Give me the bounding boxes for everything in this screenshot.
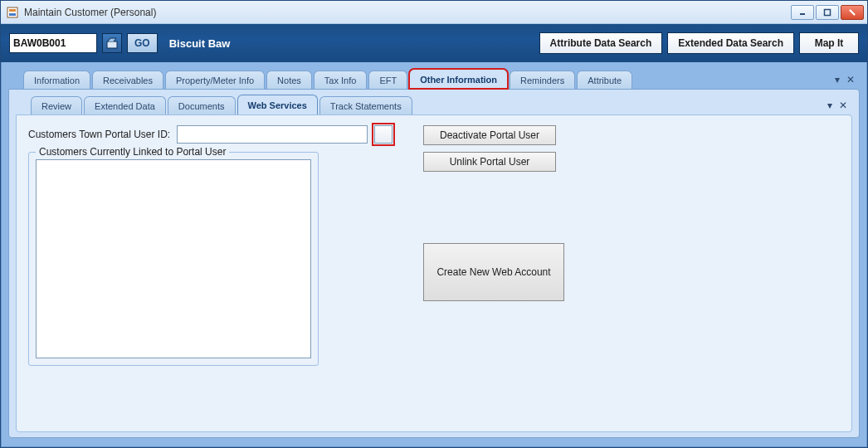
unlink-portal-user-button[interactable]: Unlink Portal User [423,152,556,172]
tab-other-information[interactable]: Other Information [409,69,508,89]
tab-extended-data[interactable]: Extended Data [84,96,166,114]
svg-line-6 [850,10,855,15]
customer-code-input[interactable] [9,33,97,53]
svg-rect-1 [9,9,16,12]
tab-documents[interactable]: Documents [168,96,236,114]
tab-eft[interactable]: EFT [368,71,407,89]
portal-user-lookup-button[interactable] [374,125,393,144]
tab-tax-info[interactable]: Tax Info [314,71,368,89]
secondary-tab-row: Review Extended Data Documents Web Servi… [16,95,852,114]
close-button[interactable] [841,5,864,20]
linked-customers-list[interactable] [36,159,311,358]
window-controls [791,5,864,20]
map-it-button[interactable]: Map It [799,32,859,54]
minimize-button[interactable] [791,5,814,20]
tab-review[interactable]: Review [31,96,82,114]
work-area: Information Receivables Property/Meter I… [1,62,867,447]
window-title: Maintain Customer (Personal) [24,7,791,18]
attribute-data-search-button[interactable]: Attribute Data Search [539,32,663,54]
tab-reminders[interactable]: Reminders [510,71,575,89]
subpanel-close-icon[interactable]: ✕ [839,100,847,111]
svg-rect-4 [825,9,831,15]
other-information-panel: Review Extended Data Documents Web Servi… [8,89,860,438]
toolbar: GO Biscuit Baw Attribute Data Search Ext… [1,24,867,62]
svg-rect-7 [107,41,117,48]
tab-receivables[interactable]: Receivables [92,71,163,89]
tab-track-statements[interactable]: Track Statements [319,96,412,114]
maximize-button[interactable] [816,5,839,20]
go-button[interactable]: GO [127,33,158,53]
subpanel-dropdown-icon[interactable]: ▾ [827,100,832,111]
titlebar: Maintain Customer (Personal) [1,1,867,24]
portal-user-id-label: Customers Town Portal User ID: [28,129,170,140]
linked-customers-group: Customers Currently Linked to Portal Use… [28,152,319,366]
app-window: Maintain Customer (Personal) GO Biscuit … [0,0,868,448]
portal-user-id-input[interactable] [177,125,368,144]
svg-rect-2 [9,13,16,16]
tab-notes[interactable]: Notes [266,71,312,89]
svg-rect-0 [7,7,17,17]
primary-tab-row: Information Receivables Property/Meter I… [8,67,860,89]
tab-property-meter-info[interactable]: Property/Meter Info [165,71,265,89]
panel-dropdown-icon[interactable]: ▾ [835,74,840,85]
customer-name: Biscuit Baw [169,37,231,50]
tab-web-services[interactable]: Web Services [237,95,318,114]
deactivate-portal-user-button[interactable]: Deactivate Portal User [423,125,556,145]
tab-attribute[interactable]: Attribute [577,71,632,89]
lookup-icon[interactable] [102,33,122,53]
linked-customers-label: Customers Currently Linked to Portal Use… [36,146,229,158]
create-new-web-account-button[interactable]: Create New Web Account [423,243,564,301]
app-icon [6,6,19,19]
panel-close-icon[interactable]: ✕ [846,74,855,85]
tab-information[interactable]: Information [23,71,90,89]
web-services-panel: Customers Town Portal User ID: Customers… [16,114,852,432]
extended-data-search-button[interactable]: Extended Data Search [667,32,794,54]
